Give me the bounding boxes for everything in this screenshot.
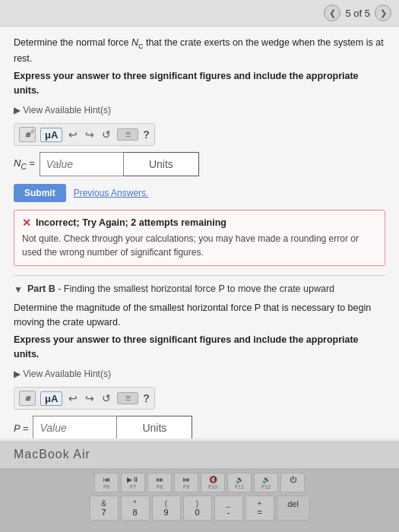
part-a-question: Determine the normal force NC that the c…	[14, 36, 385, 97]
formula-icon[interactable]: ⊞ 0	[19, 127, 36, 142]
key-f11[interactable]: 🔉 F11	[227, 473, 252, 492]
key-f6[interactable]: ⏮ F6	[94, 473, 119, 492]
top-bar: ❮ 5 of 5 ❯	[0, 0, 399, 27]
part-a-units-input[interactable]: Units	[123, 152, 199, 176]
undo-button[interactable]: ↩	[67, 128, 79, 141]
error-box: ✕ Incorrect; Try Again; 2 attempts remai…	[14, 210, 385, 266]
toolbar-box[interactable]: ☰	[117, 128, 138, 141]
part-b-input-row: P = Units	[14, 416, 385, 439]
part-b-help-button[interactable]: ?	[143, 392, 150, 404]
part-b-formula-icon[interactable]: ⊞	[19, 391, 36, 406]
key-9[interactable]: ( 9	[152, 496, 181, 521]
part-a-input-row: NC = Units	[14, 152, 385, 176]
mu-button[interactable]: μA	[40, 128, 62, 142]
part-b-detail: Determine the magnitude of the smallest …	[14, 301, 385, 330]
part-b-toolbar-box[interactable]: ☰	[117, 392, 138, 404]
part-a-subtext: Express your answer to three significant…	[14, 69, 385, 98]
part-b-header: ▼ Part B - Finding the smallest horizont…	[14, 283, 385, 295]
help-button[interactable]: ?	[143, 128, 150, 141]
part-b-eq-label: P =	[14, 423, 28, 434]
key-minus[interactable]: _ -	[214, 496, 243, 521]
part-a-text: Determine the normal force NC that the c…	[14, 36, 385, 66]
part-b-mu-button[interactable]: μA	[40, 391, 62, 406]
error-title: Incorrect; Try Again; 2 attempts remaini…	[36, 217, 226, 228]
next-button[interactable]: ❯	[375, 5, 391, 21]
key-f10[interactable]: 🔇 F10	[201, 473, 225, 492]
part-a-hint-toggle[interactable]: ▶ View Available Hint(s)	[14, 105, 385, 116]
submit-button[interactable]: Submit	[14, 184, 66, 202]
page-indicator: 5 of 5	[345, 8, 370, 19]
part-a-value-input[interactable]	[40, 152, 123, 176]
previous-answers-button[interactable]: Previous Answers.	[74, 188, 149, 198]
nav-controls: ❮ 5 of 5 ❯	[324, 5, 391, 21]
part-a-btn-row: Submit Previous Answers.	[14, 184, 385, 202]
key-f9[interactable]: ⏭ F9	[174, 473, 198, 492]
error-body: Not quite. Check through your calculatio…	[22, 232, 377, 259]
key-0[interactable]: ) 0	[183, 496, 212, 521]
key-f8[interactable]: ⏭ F8	[147, 473, 172, 492]
part-b-question: Determine the magnitude of the smallest …	[14, 301, 385, 361]
part-b-redo-button[interactable]: ↪	[84, 392, 96, 404]
part-b-title: Part B - Finding the smallest horizontal…	[27, 283, 334, 294]
key-power[interactable]: ⏻	[280, 473, 305, 492]
num-key-row: & 7 * 8 ( 9 ) 0 _ - + = del	[6, 496, 393, 521]
error-icon: ✕	[22, 217, 31, 229]
part-b-toolbar: ⊞ μA ↩ ↪ ↺ ☰ ?	[14, 387, 155, 410]
part-b-hint-toggle[interactable]: ▶ View Available Hint(s)	[14, 369, 385, 379]
part-b-arrow[interactable]: ▼	[14, 284, 23, 295]
redo-button[interactable]: ↪	[84, 128, 96, 141]
key-f7[interactable]: ▶⏸ F7	[121, 473, 145, 492]
part-b-refresh-button[interactable]: ↺	[100, 392, 112, 404]
part-b-units-input[interactable]: Units	[116, 416, 192, 439]
fn-key-row: ⏮ F6 ▶⏸ F7 ⏭ F8 ⏭ F9 🔇 F10 🔉 F11 🔊 F12 ⏻	[6, 473, 393, 492]
screen: ❮ 5 of 5 ❯ Determine the normal force NC…	[0, 0, 399, 441]
key-delete[interactable]: del	[277, 496, 310, 521]
part-b-subtext: Express your answer to three significant…	[14, 333, 385, 362]
part-a-toolbar: ⊞ 0 μA ↩ ↪ ↺ ☰ ?	[14, 123, 155, 146]
error-header: ✕ Incorrect; Try Again; 2 attempts remai…	[22, 217, 377, 229]
refresh-button[interactable]: ↺	[100, 128, 112, 141]
prev-button[interactable]: ❮	[324, 5, 340, 21]
key-equals[interactable]: + =	[245, 496, 274, 521]
key-8[interactable]: * 8	[121, 496, 150, 521]
part-b-value-input[interactable]	[33, 416, 116, 439]
part-b-undo-button[interactable]: ↩	[67, 392, 79, 404]
section-divider	[14, 275, 385, 276]
keyboard-area: ⏮ F6 ▶⏸ F7 ⏭ F8 ⏭ F9 🔇 F10 🔉 F11 🔊 F12 ⏻	[0, 468, 399, 532]
content-area: Determine the normal force NC that the c…	[0, 27, 399, 439]
macbook-bar: MacBook Air	[0, 441, 399, 468]
key-7[interactable]: & 7	[90, 496, 119, 521]
macbook-label: MacBook Air	[14, 448, 90, 461]
part-a-eq-label: NC =	[14, 157, 35, 171]
key-f12[interactable]: 🔊 F12	[254, 473, 278, 492]
